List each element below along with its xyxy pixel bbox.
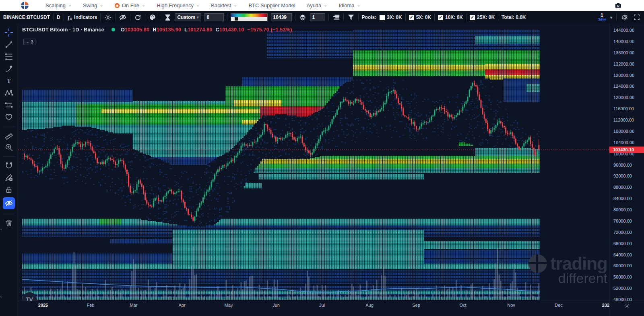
chevron-down-icon: ⌄ bbox=[324, 2, 327, 8]
checkbox-icon: ✓ bbox=[409, 15, 414, 20]
panel-collapse-chevron2-icon[interactable]: ‹ bbox=[0, 294, 2, 299]
axis-corner bbox=[609, 301, 644, 310]
pool-toggle-10x[interactable]: ✓10X: 0K bbox=[438, 14, 463, 20]
chevron-down-icon: ⌄ bbox=[100, 2, 103, 8]
time-tick-label: Sep bbox=[412, 303, 420, 308]
menu-item-backtest[interactable]: Backtest⌄ bbox=[205, 0, 243, 11]
tool-long-position-icon[interactable] bbox=[3, 101, 15, 109]
symbol-button[interactable]: BINANCE:BTCUSDT bbox=[3, 14, 50, 20]
pool-toggle-5x[interactable]: ✓5X: 0K bbox=[409, 14, 431, 20]
panel-collapse-chevron-icon[interactable]: ‹ bbox=[0, 227, 2, 231]
layers-value-input[interactable]: 1 bbox=[310, 13, 325, 21]
price-tick-label: 80000.00 bbox=[613, 207, 632, 212]
price-axis[interactable]: 101430.10 144000.00140000.00136000.00132… bbox=[609, 23, 644, 316]
menu-item-btc-supplier-model[interactable]: BTC Supplier Model bbox=[243, 0, 301, 11]
settings-gear-icon[interactable] bbox=[104, 13, 112, 21]
checkbox-icon: ✓ bbox=[470, 15, 475, 20]
theme-sun-icon[interactable] bbox=[624, 303, 630, 309]
chart-canvas[interactable] bbox=[18, 23, 609, 301]
chart-pane[interactable]: BTC/USDT Bitcoin · 1D · Binance O103005.… bbox=[18, 23, 609, 316]
interval-button[interactable]: D bbox=[57, 14, 60, 20]
tool-xabcd-pattern-icon[interactable] bbox=[3, 89, 15, 97]
menu-item-on-fire[interactable]: On Fire⌄ bbox=[109, 0, 151, 11]
sidebar-divider bbox=[3, 156, 14, 157]
price-tick-label: 132000.00 bbox=[613, 62, 634, 66]
price-tick-label: 60000.00 bbox=[613, 263, 632, 268]
menu-item-idioma[interactable]: Idioma⌄ bbox=[333, 0, 366, 11]
tool-trash-icon[interactable] bbox=[3, 219, 15, 227]
price-tick-label: 68000.00 bbox=[613, 241, 632, 246]
offset-input[interactable]: 0 bbox=[204, 13, 224, 21]
pool-toggle-3x[interactable]: 3X: 0K bbox=[380, 14, 402, 20]
tool-zoom-in-icon[interactable] bbox=[3, 143, 15, 152]
time-tick-label: Mar bbox=[130, 303, 138, 308]
hide-eye-off-icon[interactable] bbox=[119, 13, 127, 21]
price-tick-label: 64000.00 bbox=[613, 252, 632, 257]
tool-emoji-icon[interactable] bbox=[3, 113, 15, 122]
fire-icon bbox=[115, 3, 120, 8]
price-tick-label: 116000.00 bbox=[613, 106, 634, 111]
tool-ruler-icon[interactable] bbox=[3, 131, 15, 140]
tool-hide-drawings-icon[interactable] bbox=[3, 197, 15, 209]
indicators-collapse-badge[interactable]: ⌄ 3 bbox=[23, 39, 36, 45]
tool-magnet-icon[interactable] bbox=[3, 161, 15, 170]
indicators-button[interactable]: ƒₓ Indicators bbox=[67, 14, 97, 21]
pool-toggle-25x[interactable]: ✓25X: 0K bbox=[470, 14, 495, 20]
price-tick-label: 56000.00 bbox=[613, 275, 632, 279]
price-tick-label: 144000.00 bbox=[613, 28, 634, 33]
menu-item-scalping[interactable]: Scalping⌄ bbox=[40, 0, 77, 11]
app-logo-icon[interactable] bbox=[21, 2, 29, 9]
time-tick-label: Jun bbox=[272, 303, 280, 308]
tool-trendline-icon[interactable] bbox=[3, 40, 15, 49]
price-tick-label: 96000.00 bbox=[613, 163, 632, 167]
layers-icon[interactable] bbox=[299, 13, 307, 21]
time-tick-label: May bbox=[225, 303, 233, 308]
time-tick-label: Aug bbox=[365, 303, 374, 308]
legend-change: −1575.70 (−1.53%) bbox=[247, 27, 292, 33]
chart-settings-gear-icon[interactable] bbox=[621, 13, 629, 21]
chart-legend: BTC/USDT Bitcoin · 1D · Binance O103005.… bbox=[22, 27, 292, 33]
pools-checkboxes: 3X: 0K✓5X: 0K✓10X: 0K✓25X: 0K bbox=[380, 14, 495, 21]
save-layout-button[interactable]: 1 Save bbox=[598, 13, 606, 21]
price-tick-label: 84000.00 bbox=[613, 196, 632, 201]
save-menu-chevron-icon[interactable]: ▾ bbox=[610, 15, 612, 20]
price-tick-label: 76000.00 bbox=[613, 219, 632, 223]
mode-select[interactable]: Custom▾ bbox=[175, 13, 201, 21]
fx-icon: ƒₓ bbox=[67, 14, 72, 21]
chevron-down-icon: ⌄ bbox=[357, 2, 361, 8]
palette-icon[interactable] bbox=[149, 13, 157, 21]
tool-fib-retracement-icon[interactable] bbox=[3, 52, 15, 61]
menu-item-high-frequency[interactable]: High Frequency⌄ bbox=[151, 0, 205, 11]
current-price-badge: 101430.10 bbox=[609, 147, 644, 153]
screenshot-camera-icon[interactable] bbox=[614, 2, 622, 10]
filter-funnel-icon[interactable] bbox=[347, 13, 355, 21]
legend-symbol[interactable]: BTC/USDT Bitcoin · 1D · Binance bbox=[22, 27, 104, 33]
refresh-icon[interactable] bbox=[134, 13, 142, 21]
checkbox-icon: ✓ bbox=[438, 15, 443, 20]
chevron-down-icon: ⌄ bbox=[196, 2, 200, 8]
tool-text-icon[interactable]: T bbox=[3, 76, 15, 85]
tool-brush-icon[interactable] bbox=[3, 64, 15, 73]
tool-crosshair-icon[interactable] bbox=[3, 28, 15, 37]
time-tick-label: Dec bbox=[555, 303, 563, 308]
colormap-value-input[interactable]: 10439 bbox=[271, 13, 292, 21]
hourglass-icon[interactable] bbox=[163, 13, 171, 21]
price-tick-label: 104000.00 bbox=[613, 140, 634, 145]
menu-item-ayuda[interactable]: Ayuda⌄ bbox=[301, 0, 333, 11]
price-tick-label: 128000.00 bbox=[613, 73, 634, 78]
menu-item-swing[interactable]: Swing⌄ bbox=[77, 0, 109, 11]
fullscreen-icon[interactable] bbox=[633, 13, 641, 21]
tool-lock-icon[interactable] bbox=[3, 185, 15, 194]
tool-draw-icon[interactable] bbox=[3, 173, 15, 182]
chevron-down-icon: ⌄ bbox=[233, 2, 237, 8]
price-tick-label: 120000.00 bbox=[613, 95, 634, 100]
app-window: Scalping⌄Swing⌄On Fire⌄High Frequency⌄Ba… bbox=[0, 0, 644, 316]
time-tick-label: Nov bbox=[507, 303, 515, 308]
time-tick-label: 2025 bbox=[38, 303, 48, 308]
price-tick-label: 52000.00 bbox=[613, 286, 632, 291]
sidebar-divider bbox=[3, 126, 14, 126]
time-axis[interactable]: 2025FebMarAprMayJunJulAugSepOctNovDec202 bbox=[18, 301, 609, 310]
price-tick-label: 124000.00 bbox=[613, 84, 634, 89]
colormap-gradient-editor[interactable] bbox=[231, 13, 268, 21]
align-lines-icon[interactable] bbox=[332, 13, 340, 21]
